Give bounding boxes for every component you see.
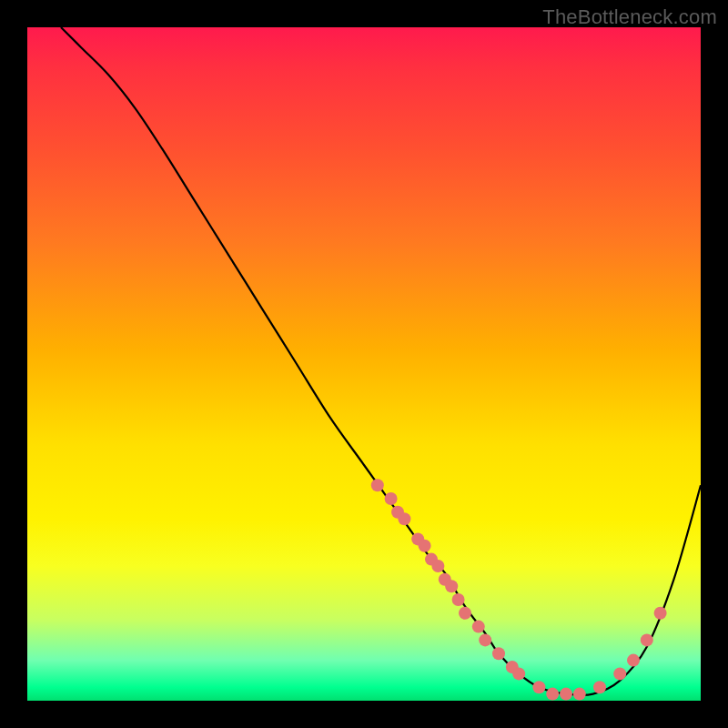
data-dot: [419, 540, 431, 552]
data-dot: [573, 688, 586, 701]
bottleneck-curve: [61, 27, 701, 695]
data-dot: [512, 667, 525, 680]
data-dot: [472, 621, 485, 633]
plot-area: [27, 27, 701, 701]
data-dot: [654, 607, 667, 620]
data-dot: [431, 560, 444, 572]
data-dot: [445, 580, 458, 592]
data-dot: [479, 633, 491, 646]
data-dot: [546, 688, 559, 701]
data-dot: [613, 667, 626, 680]
data-dots: [371, 479, 667, 700]
chart-container: TheBottleneck.com: [0, 0, 728, 728]
data-dot: [492, 647, 505, 660]
data-dot: [385, 492, 398, 505]
data-dot: [371, 479, 384, 491]
data-dot: [452, 593, 465, 606]
data-dot: [459, 607, 471, 620]
data-dot: [398, 512, 410, 525]
data-dot: [641, 633, 653, 646]
curve-svg: [27, 27, 701, 701]
data-dot: [560, 688, 572, 701]
data-dot: [532, 681, 545, 693]
data-dot: [593, 681, 606, 693]
data-dot: [627, 654, 640, 667]
watermark-text: TheBottleneck.com: [542, 5, 717, 29]
